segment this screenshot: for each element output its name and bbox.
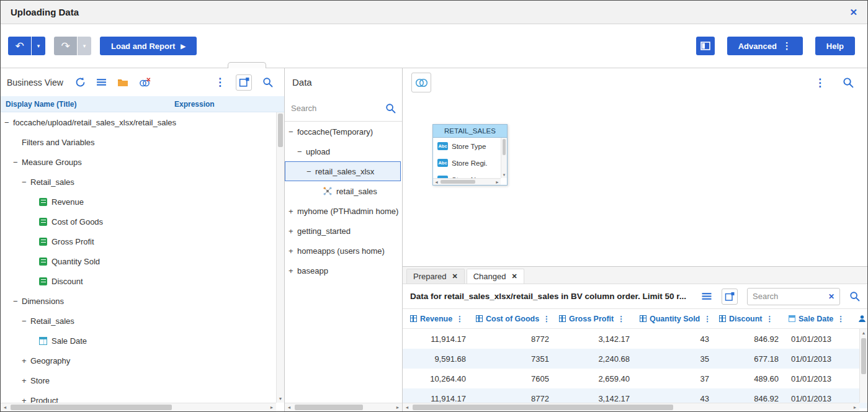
business-view-tree-item[interactable]: −Dimensions bbox=[1, 291, 284, 311]
scrollbar-thumb[interactable] bbox=[861, 338, 866, 374]
search-icon[interactable] bbox=[849, 291, 860, 302]
expand-icon[interactable]: + bbox=[22, 376, 30, 385]
remove-join-icon[interactable] bbox=[139, 78, 151, 87]
search-icon[interactable] bbox=[843, 77, 854, 88]
data-tree-item[interactable]: +homeapps (users home) bbox=[285, 241, 402, 261]
scrollbar-thumb[interactable] bbox=[413, 405, 673, 410]
redo-button[interactable]: ↷ bbox=[54, 37, 77, 55]
column-menu-icon[interactable]: ⋮ bbox=[456, 315, 463, 323]
column-header-quantity-sold[interactable]: Quantity Sold⋮ bbox=[636, 315, 715, 323]
kebab-menu-icon[interactable]: ⋮ bbox=[815, 76, 825, 89]
tab-close-icon[interactable]: ✕ bbox=[452, 272, 457, 280]
expression-column-header[interactable]: Expression bbox=[174, 100, 215, 109]
preview-horizontal-scrollbar[interactable]: ◄ ► bbox=[403, 403, 859, 411]
column-menu-icon[interactable]: ⋮ bbox=[704, 315, 711, 323]
business-view-tree-item[interactable]: −foccache/upload/retail_sales_xlsx/retai… bbox=[1, 112, 284, 132]
close-icon[interactable]: ✕ bbox=[849, 7, 857, 18]
expand-icon[interactable]: + bbox=[22, 356, 30, 365]
column-menu-icon[interactable]: ⋮ bbox=[543, 315, 550, 323]
help-button[interactable]: Help bbox=[815, 37, 855, 55]
scroll-left-icon[interactable]: ◄ bbox=[1, 403, 9, 411]
business-view-tree-item[interactable]: Gross Profit bbox=[1, 231, 284, 251]
new-window-button[interactable] bbox=[722, 289, 738, 305]
business-view-tree-item[interactable]: +Store bbox=[1, 370, 284, 390]
undo-button[interactable]: ↶ bbox=[8, 37, 31, 55]
data-search-input[interactable] bbox=[291, 104, 382, 113]
column-menu-icon[interactable]: ⋮ bbox=[766, 315, 773, 323]
table-row[interactable]: 9,591.6873512,240.6835677.1801/01/2013E bbox=[403, 349, 867, 369]
business-view-tree-item[interactable]: Quantity Sold bbox=[1, 251, 284, 271]
collapse-icon[interactable]: − bbox=[13, 297, 22, 306]
column-header-extra[interactable] bbox=[854, 315, 867, 323]
retail-sales-table-node[interactable]: RETAIL_SALES AbcStore TypeAbcStore Regi.… bbox=[432, 124, 508, 186]
business-view-tree-item[interactable]: +Geography bbox=[1, 351, 284, 370]
column-header-cost-of-goods[interactable]: Cost of Goods⋮ bbox=[472, 315, 555, 323]
data-tree-item[interactable]: +baseapp bbox=[285, 261, 402, 280]
redo-dropdown-button[interactable]: ▾ bbox=[78, 37, 91, 55]
expand-icon[interactable]: + bbox=[289, 266, 297, 275]
collapse-icon[interactable]: − bbox=[22, 177, 30, 187]
data-tree-item[interactable]: retail_sales bbox=[285, 181, 402, 201]
list-icon[interactable] bbox=[96, 78, 107, 87]
data-tree-item[interactable]: −retail_sales_xlsx bbox=[285, 161, 401, 181]
expand-icon[interactable]: + bbox=[289, 226, 297, 236]
panel-toggle-button[interactable] bbox=[696, 37, 715, 55]
splitter-collapse-handle[interactable] bbox=[228, 62, 266, 68]
business-view-tree-item[interactable]: Discount bbox=[1, 271, 284, 291]
scrollbar-thumb[interactable] bbox=[295, 405, 363, 410]
tab-close-icon[interactable]: ✕ bbox=[511, 272, 517, 280]
business-view-tree-item[interactable]: Revenue bbox=[1, 192, 284, 212]
scroll-down-icon[interactable]: ▼ bbox=[501, 172, 507, 178]
data-tree-item[interactable]: +getting_started bbox=[285, 221, 402, 241]
business-view-tree-item[interactable]: Filters and Variables bbox=[1, 132, 284, 152]
search-icon[interactable] bbox=[262, 77, 273, 87]
business-view-tree-item[interactable]: −Retail_sales bbox=[1, 172, 284, 192]
table-field-row[interactable]: AbcStore Regi. bbox=[433, 154, 501, 171]
column-header-sale-date[interactable]: Sale Date⋮ bbox=[785, 315, 854, 323]
collapse-icon[interactable]: − bbox=[297, 147, 306, 156]
data-tree-item[interactable]: −upload bbox=[285, 141, 402, 161]
scroll-right-icon[interactable]: ► bbox=[851, 403, 859, 411]
folder-icon[interactable] bbox=[117, 78, 128, 87]
table-node-vertical-scrollbar[interactable]: ▼ bbox=[501, 138, 507, 178]
business-view-tree-item[interactable]: −Measure Groups bbox=[1, 152, 284, 172]
table-row[interactable]: 11,914.1787723,142.1743846.9201/01/2013C bbox=[403, 329, 867, 349]
data-tree-item[interactable]: −foccache(Temporary) bbox=[285, 122, 402, 141]
clear-search-icon[interactable]: ✕ bbox=[828, 292, 834, 301]
column-menu-icon[interactable]: ⋮ bbox=[837, 315, 844, 323]
undo-dropdown-button[interactable]: ▾ bbox=[32, 37, 45, 55]
display-name-column-header[interactable]: Display Name (Title) bbox=[6, 100, 174, 109]
data-tree-item[interactable]: +myhome (PTH\admin home) bbox=[285, 201, 402, 221]
scrollbar-thumb[interactable] bbox=[278, 114, 283, 147]
scroll-up-icon[interactable]: ▲ bbox=[860, 329, 867, 337]
table-row[interactable]: 10,264.4076052,659.4037489.6001/01/2013 bbox=[403, 369, 867, 388]
column-header-discount[interactable]: Discount⋮ bbox=[715, 315, 785, 323]
business-view-tree-item[interactable]: −Retail_sales bbox=[1, 311, 284, 331]
search-icon[interactable] bbox=[385, 103, 396, 114]
scroll-left-icon[interactable]: ◄ bbox=[433, 179, 440, 185]
table-node-horizontal-scrollbar[interactable]: ◄ ► bbox=[433, 178, 501, 185]
expand-icon[interactable]: + bbox=[289, 207, 297, 216]
collapse-icon[interactable]: − bbox=[22, 316, 30, 326]
column-menu-icon[interactable]: ⋮ bbox=[617, 315, 625, 323]
scroll-left-icon[interactable]: ◄ bbox=[285, 403, 293, 411]
kebab-menu-icon[interactable]: ⋮ bbox=[215, 76, 225, 89]
menu-icon[interactable] bbox=[701, 292, 712, 301]
scroll-right-icon[interactable]: ► bbox=[494, 179, 501, 185]
scroll-left-icon[interactable]: ◄ bbox=[403, 403, 411, 411]
business-view-tree-item[interactable]: Sale Date bbox=[1, 331, 284, 351]
business-view-tree-item[interactable]: Cost of Goods bbox=[1, 212, 284, 231]
load-and-report-button[interactable]: Load and Report ▶ bbox=[100, 37, 197, 55]
scrollbar-thumb[interactable] bbox=[441, 180, 475, 184]
scrollbar-thumb[interactable] bbox=[503, 139, 506, 155]
collapse-icon[interactable]: − bbox=[306, 167, 315, 176]
data-horizontal-scrollbar[interactable]: ◄ ► bbox=[285, 403, 402, 411]
collapse-icon[interactable]: − bbox=[4, 118, 13, 127]
table-node-title[interactable]: RETAIL_SALES bbox=[433, 125, 507, 138]
new-window-button[interactable] bbox=[236, 74, 252, 91]
scroll-right-icon[interactable]: ► bbox=[267, 403, 276, 411]
collapse-icon[interactable]: − bbox=[289, 127, 297, 137]
business-view-horizontal-scrollbar[interactable]: ◄ ► bbox=[1, 403, 276, 411]
expand-icon[interactable]: + bbox=[289, 246, 297, 256]
business-view-vertical-scrollbar[interactable]: ▼ bbox=[276, 112, 284, 403]
